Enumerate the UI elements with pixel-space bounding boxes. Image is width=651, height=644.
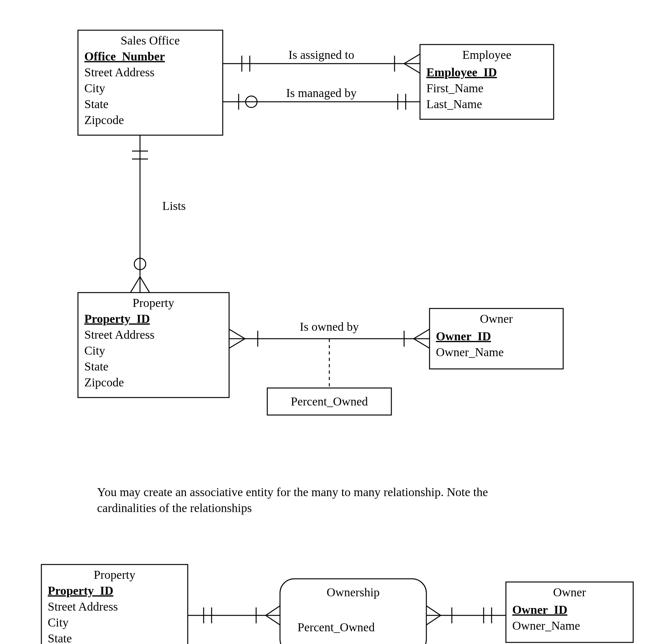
rel-lists-label: Lists	[162, 199, 186, 213]
entity-property: Property Property_ID Street Address City…	[78, 293, 229, 397]
employee-pk: Employee_ID	[426, 66, 497, 79]
rel-property-ownership	[188, 606, 280, 625]
owner2-pk: Owner_ID	[512, 603, 567, 616]
owner-title: Owner	[480, 312, 513, 325]
employee-attr-1: Last_Name	[426, 97, 482, 111]
owner2-attr-0: Owner_Name	[512, 619, 580, 632]
owner-pk: Owner_ID	[436, 329, 491, 343]
entity-employee: Employee Employee_ID First_Name Last_Nam…	[420, 44, 554, 119]
attr-percent-owned: Percent_Owned	[267, 388, 391, 415]
svg-line-7	[404, 64, 420, 73]
rel-managed-label: Is managed by	[286, 86, 357, 100]
entity-ownership: Ownership Percent_Owned	[280, 579, 426, 644]
rel-owned-label: Is owned by	[300, 320, 359, 333]
percent-owned-label: Percent_Owned	[291, 395, 368, 408]
entity-owner-2: Owner Owner_ID Owner_Name	[506, 582, 633, 642]
rel-ownership-owner	[426, 606, 506, 625]
note-line-2: cardinalities of the relationships	[97, 501, 252, 515]
er-diagram: Sales Office Office_Number Street Addres…	[0, 0, 651, 644]
property2-attr-2: State	[48, 632, 72, 644]
svg-line-18	[140, 277, 150, 293]
property2-title: Property	[94, 568, 135, 581]
property2-pk: Property_ID	[48, 584, 113, 597]
svg-line-23	[229, 339, 245, 348]
entity-owner: Owner Owner_ID Owner_Name	[430, 309, 563, 369]
sales-office-title: Sales Office	[121, 34, 180, 47]
rel-assigned-label: Is assigned to	[288, 48, 354, 61]
entity-sales-office: Sales Office Office_Number Street Addres…	[78, 30, 223, 135]
svg-line-38	[266, 615, 280, 625]
rel-is-owned-by	[229, 329, 430, 388]
sales-office-pk: Office_Number	[84, 50, 165, 63]
sales-office-attr-3: Zipcode	[84, 113, 124, 127]
property-attr-2: State	[84, 360, 108, 373]
property-title: Property	[133, 296, 174, 310]
svg-line-40	[426, 606, 441, 615]
owner2-title: Owner	[553, 585, 586, 599]
svg-line-26	[414, 329, 430, 339]
ownership-attr: Percent_Owned	[298, 620, 375, 634]
note-line-1: You may create an associative entity for…	[97, 485, 488, 499]
owner-attr-0: Owner_Name	[436, 345, 504, 359]
sales-office-attr-1: City	[84, 82, 105, 95]
rel-lists	[130, 135, 150, 293]
svg-line-17	[130, 277, 140, 293]
svg-line-41	[426, 615, 441, 625]
svg-line-37	[266, 606, 280, 615]
property-pk: Property_ID	[84, 312, 150, 325]
ownership-title: Ownership	[327, 585, 380, 599]
property2-attr-0: Street Address	[48, 600, 118, 613]
property-attr-3: Zipcode	[84, 376, 124, 389]
sales-office-attr-0: Street Address	[84, 66, 155, 79]
svg-line-27	[414, 339, 430, 348]
svg-line-22	[229, 329, 245, 339]
property-attr-0: Street Address	[84, 328, 155, 341]
employee-title: Employee	[462, 48, 511, 61]
svg-line-6	[404, 54, 420, 64]
property-attr-1: City	[84, 344, 105, 357]
sales-office-attr-2: State	[84, 97, 108, 111]
entity-property-2: Property Property_ID Street Address City…	[41, 565, 188, 644]
property2-attr-1: City	[48, 616, 68, 629]
employee-attr-0: First_Name	[426, 82, 483, 95]
